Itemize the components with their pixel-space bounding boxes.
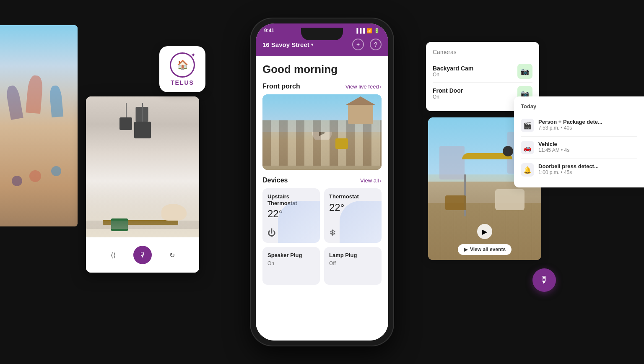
microphone-icon: 🎙: [539, 274, 549, 286]
device-speaker-plug[interactable]: Speaker Plug On: [262, 247, 320, 285]
device-status: On: [267, 260, 315, 266]
event-time: 11:45 AM • 4s: [538, 147, 569, 153]
snowflake-icon: ❄: [329, 228, 336, 238]
phone-notch: [301, 28, 343, 40]
photo-dancing-kids: [0, 25, 78, 226]
chevron-right-icon: ›: [380, 83, 382, 90]
event-doorbell-icon: 🔔: [521, 163, 534, 177]
power-icon: ⏻: [267, 228, 276, 238]
spark-icon: ✦: [191, 52, 196, 58]
phone-screen: 9:41 ▐▐▐ 📶 🔋 16 Savoy Street ▾: [256, 23, 388, 341]
view-all-devices-link[interactable]: View all ›: [360, 177, 382, 184]
devices-grid: UpstairsThermostat 22° ⏻ Thermostat 22° …: [262, 188, 382, 285]
devices-title: Devices: [262, 177, 288, 184]
location-selector[interactable]: 16 Savoy Street ▾: [262, 41, 313, 48]
cameras-panel-title: Cameras: [433, 49, 532, 55]
play-circle-icon: ▶: [464, 247, 467, 252]
signal-icon: ▐▐▐: [355, 28, 365, 33]
device-thermostat[interactable]: Thermostat 22° ❄: [324, 188, 382, 243]
replay-icon: ↻: [169, 251, 175, 259]
wifi-icon: 📶: [366, 28, 372, 34]
front-porch-title: Front porch: [262, 83, 300, 90]
greeting: Good morning: [262, 63, 382, 76]
house-icon: 🏠: [177, 60, 188, 70]
location-name: 16 Savoy Street: [262, 41, 309, 48]
devices-header: Devices View all ›: [262, 177, 382, 184]
header-actions: + ?: [352, 39, 382, 50]
camera-backyard[interactable]: Backyard Cam On 📷: [433, 60, 532, 83]
event-time: 1:00 p.m. • 45s: [538, 169, 599, 175]
view-all-events-button[interactable]: ▶ View all events: [458, 244, 512, 255]
mic-button[interactable]: 🎙: [133, 246, 152, 264]
camera-status: On: [433, 72, 473, 78]
brand-name: TELUS: [171, 79, 194, 86]
status-icons: ▐▐▐ 📶 🔋: [355, 28, 380, 34]
camera-name: Backyard Cam: [433, 65, 473, 72]
device-upstairs-thermostat[interactable]: UpstairsThermostat 22° ⏻: [262, 188, 320, 243]
event-description: Doorbell press detect...: [538, 163, 599, 169]
chevron-down-icon: ▾: [311, 42, 313, 47]
device-status: Off: [329, 260, 377, 266]
voice-button[interactable]: 🎙: [532, 268, 556, 292]
camera-icon-btn[interactable]: 📷: [517, 64, 532, 79]
chevron-right-icon: ›: [380, 177, 382, 184]
telus-logo: 🏠 ✦ TELUS: [159, 46, 205, 92]
event-description: Person + Package dete...: [538, 119, 602, 125]
device-name: Speaker Plug: [267, 252, 315, 259]
rewind-button[interactable]: ⟨⟨: [106, 247, 121, 263]
phone-content[interactable]: Good morning Front porch View live feed …: [256, 56, 388, 341]
view-live-feed-link[interactable]: View live feed ›: [345, 83, 382, 90]
status-bar: 9:41 ▐▐▐ 📶 🔋: [264, 28, 380, 35]
front-porch-header: Front porch View live feed ›: [262, 83, 382, 90]
play-icon: ▶: [482, 228, 487, 236]
mic-icon: 🎙: [139, 251, 146, 259]
phone-frame: 9:41 ▐▐▐ 📶 🔋 16 Savoy Street ▾: [251, 18, 393, 346]
time: 9:41: [264, 28, 274, 34]
add-button[interactable]: +: [352, 39, 364, 50]
camera-icon: 📷: [521, 68, 529, 75]
battery-icon: 🔋: [374, 28, 380, 34]
feed-play-button[interactable]: ▶: [477, 224, 492, 239]
device-lamp-plug[interactable]: Lamp Plug Off: [324, 247, 382, 285]
events-date: Today: [521, 103, 637, 109]
device-name: Lamp Plug: [329, 252, 377, 259]
rewind-icon: ⟨⟨: [111, 251, 116, 259]
event-vehicle[interactable]: 🚗 Vehicle 11:45 AM • 4s: [521, 137, 637, 159]
events-panel: Today 🎬 Person + Package dete... 7:53 p.…: [514, 96, 644, 187]
event-vehicle-icon: 🚗: [521, 141, 534, 154]
event-time: 7:53 p.m. • 40s: [538, 125, 602, 131]
replay-button[interactable]: ↻: [164, 247, 179, 263]
device-name: Thermostat: [329, 193, 377, 200]
camera-preview[interactable]: ▶: [262, 94, 382, 170]
main-scene: ⟨⟨ 🎙 ↻ 🏠 ✦ TELUS 9:41 ▐▐: [0, 0, 644, 364]
event-video-icon: 🎬: [521, 119, 534, 132]
view-all-events-label: View all events: [470, 247, 506, 252]
camera-name: Front Door: [433, 87, 463, 94]
event-description: Vehicle: [538, 141, 569, 147]
help-button[interactable]: ?: [370, 39, 382, 50]
event-person-package[interactable]: 🎬 Person + Package dete... 7:53 p.m. • 4…: [521, 114, 637, 137]
status-bar-area: 9:41 ▐▐▐ 📶 🔋: [256, 23, 388, 35]
photo-room-dog: ⟨⟨ 🎙 ↻: [86, 96, 199, 273]
event-doorbell[interactable]: 🔔 Doorbell press detect... 1:00 p.m. • 4…: [521, 159, 637, 181]
camera-status: On: [433, 94, 463, 100]
